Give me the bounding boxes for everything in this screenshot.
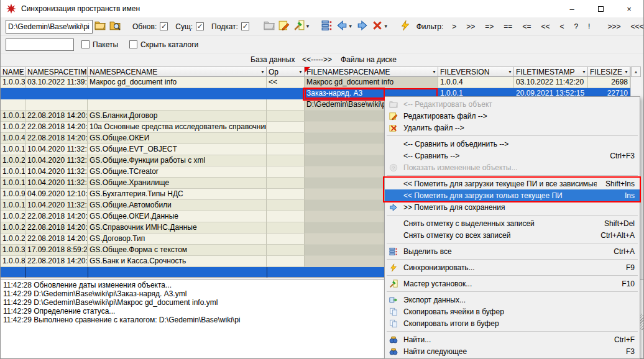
select-all-button[interactable] — [320, 19, 334, 34]
packages-checkbox[interactable]: Пакеты — [81, 40, 118, 49]
grid-cell[interactable]: 1.0.0.11 — [1, 200, 25, 211]
grid-cell[interactable] — [267, 222, 305, 234]
grid-cell[interactable] — [267, 211, 305, 222]
grid-cell[interactable]: 22.08.2018 14:20:57 — [25, 122, 88, 133]
filter-button[interactable]: >>> — [607, 22, 620, 31]
checkbox-icon[interactable]: ✓ — [196, 22, 204, 30]
sort-dropdown-icon[interactable]: ▼ — [260, 70, 265, 74]
grid-cell[interactable]: 10а Основные средства исследователь спра… — [88, 122, 267, 133]
grid-cell[interactable]: Макрос gd_document info — [88, 77, 267, 88]
filter-button[interactable]: == — [504, 22, 512, 31]
grid-cell[interactable]: 22.08.2018 14:20:53 — [25, 111, 88, 122]
grid-cell[interactable]: GS.Справочник ИМНС.Данные — [88, 222, 267, 234]
chevron-down-icon[interactable]: ▼ — [348, 24, 353, 29]
grid-cell[interactable] — [267, 178, 305, 189]
grid-cell[interactable]: GS.Общие.EVT_OBJECT — [88, 144, 267, 155]
menu-item[interactable]: Скопировать итоги в буфер — [385, 317, 640, 329]
grid-cell[interactable]: 22.08.2018 14:20:56 — [25, 211, 88, 222]
column-header-fileversion[interactable]: FILEVERSION▼ — [438, 66, 514, 77]
toolbar-checkbox[interactable]: Сущ:✓ — [175, 22, 204, 31]
grid-cell[interactable]: 1.0.0.16 — [1, 111, 25, 122]
grid-cell[interactable]: 1.0.0.9 — [1, 189, 25, 200]
checkbox-icon[interactable]: ✓ — [160, 22, 168, 30]
toolbar-checkbox[interactable]: Обнов:✓ — [132, 22, 168, 31]
wizard-button[interactable]: ▼ — [292, 19, 312, 34]
menu-item[interactable]: << Пометить для загрузки только текущее … — [385, 189, 640, 201]
grid-cell[interactable] — [267, 256, 305, 267]
grid-cell[interactable] — [25, 88, 88, 99]
menu-item[interactable]: Синхронизировать...F9 — [385, 261, 640, 273]
grid-cell[interactable] — [267, 144, 305, 155]
grid-cell[interactable] — [267, 99, 305, 111]
filter-button[interactable]: > — [452, 22, 456, 31]
grid-cell[interactable]: 1.0.0.2 — [1, 122, 25, 133]
search-input[interactable] — [6, 39, 74, 51]
filter-button[interactable]: <<< — [630, 22, 643, 31]
menu-item[interactable]: << Пометить для загрузки текущее ПИ и вс… — [385, 178, 640, 189]
grid-cell[interactable]: 10.04.2020 11:32:40 — [25, 200, 88, 211]
checkbox-icon[interactable]: ✓ — [241, 22, 249, 30]
chevron-down-icon[interactable]: ▼ — [305, 24, 310, 29]
sort-dropdown-icon[interactable]: ▼ — [582, 70, 586, 74]
grid-cell[interactable]: GS.Бухгалтерия.Типы НДС — [88, 189, 267, 200]
menu-item[interactable]: Выделить всеCtrl+A — [385, 245, 640, 257]
grid-cell[interactable]: 1.0.0.8 — [1, 256, 25, 267]
grid-cell[interactable]: 22.08.2018 14:20:53 — [25, 256, 88, 267]
filter-button[interactable]: => — [485, 22, 494, 31]
menu-item[interactable]: <-- Сравнить и объединить --> — [385, 138, 640, 150]
grid-cell[interactable] — [267, 133, 305, 144]
grid-cell[interactable]: Макрос gd_document info — [305, 77, 438, 88]
grid-cell[interactable]: 03.10.2022 11:39:18 — [25, 77, 88, 88]
menu-item[interactable]: Снять отметку с выделенных записейShift+… — [385, 217, 640, 229]
filter-button[interactable]: <= — [522, 22, 531, 31]
grid-cell[interactable] — [88, 99, 267, 111]
menu-item[interactable]: Скопировать ячейки в буфер — [385, 306, 640, 317]
column-header-filetimestamp[interactable]: FILETIMESTAMP▼ — [514, 66, 588, 77]
grid-cell[interactable]: GS.Общее.ОКЕИ — [88, 133, 267, 144]
grid-cell[interactable]: GS.Общие.Функции работы с xml — [88, 155, 267, 166]
sort-dropdown-icon[interactable]: ▼ — [19, 70, 24, 74]
grid-cell[interactable]: 22.08.2018 14:20:53 — [25, 234, 88, 245]
column-header-op[interactable]: Op▼ — [267, 66, 305, 77]
filter-button[interactable]: ? — [574, 22, 578, 31]
grid-cell[interactable]: 1.0.0.4 — [1, 133, 25, 144]
grid-cell[interactable]: GS.Общее.Форма с текстом — [88, 245, 267, 256]
grid-cell[interactable] — [267, 88, 305, 99]
grid-cell[interactable]: 1.0.0.19 — [1, 178, 25, 189]
menu-item[interactable]: Мастер установок...F10 — [385, 278, 640, 289]
column-header-namespacetimestamp[interactable]: NAMESPACETIMESTAMP▼ — [25, 66, 88, 77]
grid-cell[interactable] — [88, 88, 267, 99]
grid-cell[interactable] — [267, 234, 305, 245]
grid-cell[interactable]: 10.04.2020 11:32:40 — [25, 144, 88, 155]
toolbar-checkbox[interactable]: Подкат:✓ — [211, 22, 249, 31]
grid-cell[interactable]: 1.0.0.3 — [1, 245, 25, 256]
menu-item[interactable]: Редактировать файл --> — [385, 110, 640, 122]
hide-directories-checkbox[interactable]: Скрыть каталоги — [129, 40, 198, 49]
grid-cell[interactable]: 04.09.2020 12:10:22 — [25, 189, 88, 200]
grid-cell[interactable]: GS.Общие.Хранилище — [88, 178, 267, 189]
grid-cell[interactable] — [267, 245, 305, 256]
grid-cell[interactable]: GS.Бланки.Договор — [88, 111, 267, 122]
folder-search-button[interactable] — [108, 19, 122, 34]
column-header-namespacename[interactable]: NAMESPACENAME▼ — [88, 66, 267, 77]
grid-cell[interactable]: 1.0.0.17 — [1, 144, 25, 155]
grid-cell[interactable]: 03.10.2022 11:42:20 — [514, 77, 588, 88]
grid-cell[interactable]: 1.0.0.4 — [438, 77, 514, 88]
menu-item[interactable]: Снять отметку со всех записейCtrl+Alt+A — [385, 229, 640, 241]
menu-item[interactable]: <-- Сравнить -->Ctrl+F3 — [385, 150, 640, 161]
menu-item[interactable]: Найти следующееF3 — [385, 345, 640, 357]
grid-cell[interactable]: 10.04.2020 11:32:40 — [25, 166, 88, 178]
edit-file-button[interactable] — [277, 19, 292, 34]
grid-cell[interactable] — [267, 166, 305, 178]
grid-cell[interactable] — [1, 88, 25, 99]
grid-cell[interactable]: GS.Договор.Тип — [88, 234, 267, 245]
menu-item[interactable]: Экспорт данных... — [385, 294, 640, 306]
close-button[interactable]: × — [615, 0, 643, 17]
grid-cell[interactable]: << — [267, 77, 305, 88]
grid-row[interactable]: 1.0.0.303.10.2022 11:39:18Макрос gd_docu… — [1, 77, 630, 88]
grid-cell[interactable] — [1, 99, 25, 111]
grid-cell[interactable]: GS.Общее.ОКЕИ.Данные — [88, 211, 267, 222]
grid-cell[interactable]: 22.08.2018 14:20:57 — [25, 222, 88, 234]
filter-button[interactable]: ! — [588, 22, 590, 31]
grid-cell[interactable]: 22.08.2018 14:20:56 — [25, 133, 88, 144]
